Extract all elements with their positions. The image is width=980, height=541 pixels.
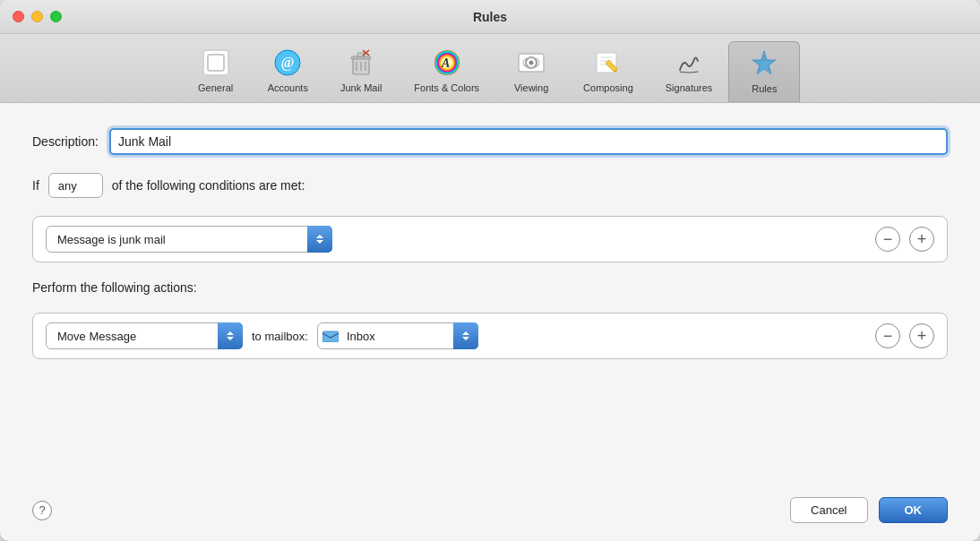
if-label: If (32, 178, 39, 193)
footer-buttons: Cancel OK (790, 497, 948, 523)
action-chevron-arrows (227, 331, 234, 340)
condition-chevron (307, 226, 332, 253)
actions-box: Move Message Copy Message Delete Message… (32, 313, 948, 359)
rules-icon (748, 47, 780, 80)
fonts-colors-icon: A (431, 47, 463, 79)
toolbar: General @ Accounts (0, 34, 980, 103)
maximize-button[interactable] (50, 11, 62, 22)
accounts-label: Accounts (268, 82, 308, 93)
signatures-icon (673, 47, 705, 79)
mailbox-select-wrapper: Inbox Trash Junk Archive (317, 322, 478, 349)
viewing-label: Viewing (514, 82, 548, 93)
any-select[interactable]: any all (48, 173, 103, 198)
traffic-lights (13, 11, 62, 22)
actions-label: Perform the following actions: (32, 280, 948, 295)
viewing-icon (515, 47, 547, 79)
toolbar-item-general[interactable]: General (180, 41, 252, 102)
close-button[interactable] (13, 11, 24, 22)
conditions-box: Message is junk mail From Subject To − + (32, 216, 948, 262)
general-icon (200, 47, 232, 79)
svg-point-17 (529, 61, 534, 65)
mailbox-chevron-arrows (462, 331, 469, 340)
chevron-down-icon (227, 337, 234, 340)
titlebar: Rules (0, 0, 980, 34)
add-condition-button[interactable]: + (909, 227, 934, 252)
condition-text: of the following conditions are met: (112, 178, 305, 193)
action-select-wrapper: Move Message Copy Message Delete Message… (46, 322, 243, 349)
content: Description: If any all of the following… (0, 103, 980, 488)
composing-icon (592, 47, 624, 79)
rules-label: Rules (752, 83, 777, 94)
chevron-down-icon (316, 240, 323, 244)
help-button[interactable]: ? (32, 501, 52, 520)
accounts-icon: @ (271, 47, 304, 79)
ok-button[interactable]: OK (879, 497, 949, 523)
toolbar-items: General @ Accounts (180, 41, 801, 102)
toolbar-item-composing[interactable]: Composing (567, 41, 649, 102)
mailbox-chevron (453, 322, 478, 349)
window-title: Rules (473, 10, 507, 24)
toolbar-item-viewing[interactable]: Viewing (495, 41, 567, 102)
svg-text:@: @ (281, 55, 295, 71)
action-chevron (218, 322, 243, 349)
toolbar-item-signatures[interactable]: Signatures (649, 41, 729, 102)
condition-select-wrapper: Message is junk mail From Subject To (46, 226, 332, 253)
svg-text:A: A (441, 56, 450, 70)
chevron-down-icon (462, 337, 469, 340)
junk-mail-label: Junk Mail (340, 82, 382, 93)
toolbar-item-junk-mail[interactable]: Junk Mail (324, 41, 398, 102)
junk-mail-icon (345, 47, 377, 79)
composing-label: Composing (583, 82, 633, 93)
action-select[interactable]: Move Message Copy Message Delete Message… (46, 322, 243, 349)
general-label: General (198, 82, 233, 93)
to-mailbox-label: to mailbox: (252, 330, 308, 343)
toolbar-item-fonts-colors[interactable]: A Fonts & Colors (398, 41, 495, 102)
condition-row: If any all of the following conditions a… (32, 173, 948, 198)
signatures-label: Signatures (666, 82, 713, 93)
add-action-button[interactable]: + (909, 323, 934, 348)
window: Rules General @ (0, 0, 980, 541)
remove-condition-button[interactable]: − (875, 227, 900, 252)
remove-action-button[interactable]: − (875, 323, 900, 348)
cancel-button[interactable]: Cancel (790, 497, 867, 523)
toolbar-item-accounts[interactable]: @ Accounts (252, 41, 324, 102)
svg-rect-0 (203, 50, 228, 75)
toolbar-item-rules[interactable]: Rules (728, 41, 800, 102)
description-row: Description: (32, 128, 948, 155)
chevron-up-icon (316, 235, 323, 238)
fonts-colors-label: Fonts & Colors (414, 82, 479, 93)
footer: ? Cancel OK (0, 488, 980, 541)
condition-select[interactable]: Message is junk mail From Subject To (46, 226, 332, 253)
minimize-button[interactable] (31, 11, 43, 22)
condition-chevron-arrows (316, 235, 323, 244)
description-label: Description: (32, 134, 99, 149)
chevron-up-icon (227, 331, 234, 335)
description-input[interactable] (109, 128, 948, 155)
any-select-wrapper: any all (48, 173, 103, 198)
chevron-up-icon (462, 331, 469, 335)
